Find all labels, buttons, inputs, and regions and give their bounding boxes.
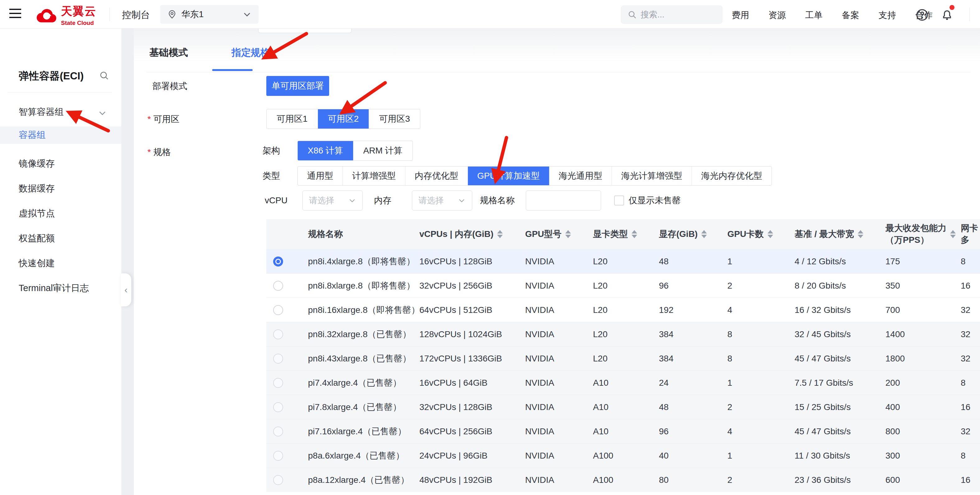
column-header-GPU型号[interactable]: GPU型号 [525, 228, 593, 240]
column-header-基准 / 最大带宽[interactable]: 基准 / 最大带宽 [795, 228, 885, 240]
sidebar-group-smart-containers[interactable]: 智算容器组 [0, 103, 121, 120]
cell-gpu_model: L20 [593, 257, 659, 267]
row-radio[interactable] [273, 329, 283, 339]
sort-icon[interactable] [767, 230, 773, 238]
spec-row-pi7.16xlarge.4（已售罄）[interactable]: pi7.16xlarge.4（已售罄）64vCPUs | 256GiBNVIDI… [266, 419, 980, 443]
sidebar-item-数据缓存[interactable]: 数据缓存 [0, 176, 121, 201]
sort-icon[interactable] [632, 230, 637, 238]
row-radio[interactable] [273, 451, 283, 461]
spec-row-p8a.6xlarge.4（已售罄）[interactable]: p8a.6xlarge.4（已售罄）24vCPUs | 96GiBNVIDIAA… [266, 443, 980, 468]
row-radio[interactable] [273, 402, 283, 412]
cell-vcpu_mem: 128vCPUs | 1024GiB [419, 329, 525, 339]
sidebar-item-容器组[interactable]: 容器组 [0, 126, 121, 144]
type-option[interactable]: 海光内存优化型 [692, 166, 772, 185]
spec-row-p8a.12xlarge.4（已售罄）[interactable]: p8a.12xlarge.4（已售罄）48vCPUs | 192GiBNVIDI… [266, 468, 980, 492]
spec-row-pn8i.8xlarge.8（即将售罄）[interactable]: pn8i.8xlarge.8（即将售罄）32vCPUs | 256GiBNVID… [266, 273, 980, 298]
deploy-mode-label: 部署模式 [153, 80, 187, 92]
vcpu-select[interactable]: 请选择 [302, 190, 363, 211]
soldout-filter-checkbox[interactable] [614, 195, 624, 206]
header-nav-item[interactable]: 工单 [805, 10, 822, 21]
cell-name: pi7.8xlarge.4（已售罄） [308, 401, 419, 413]
sidebar-item-权益配额[interactable]: 权益配额 [0, 226, 121, 251]
sidebar-items: 容器组镜像缓存数据缓存虚拟节点权益配额快速创建Terminal审计日志 [0, 126, 121, 301]
row-radio[interactable] [273, 475, 283, 485]
sidebar-item-Terminal审计日志[interactable]: Terminal审计日志 [0, 276, 121, 301]
sort-asc-caret [632, 230, 637, 233]
sort-icon[interactable] [701, 230, 707, 238]
cell-vram: 96 [659, 281, 727, 291]
cell-gpu_count: 1 [727, 378, 795, 388]
az-option[interactable]: 可用区1 [267, 109, 318, 129]
az-option[interactable]: 可用区3 [369, 109, 420, 129]
cell-gpu_count: 1 [727, 451, 795, 461]
memory-placeholder: 请选择 [418, 195, 444, 206]
spec-row-pn8i.16xlarge.8（即将售罄）[interactable]: pn8i.16xlarge.8（即将售罄）64vCPUs | 512GiBNVI… [266, 298, 980, 322]
spec-row-pn8i.32xlarge.8（已售罄）[interactable]: pn8i.32xlarge.8（已售罄）128vCPUs | 1024GiBNV… [266, 322, 980, 346]
row-radio[interactable] [273, 354, 283, 364]
console-link[interactable]: 控制台 [122, 9, 150, 21]
tab-指定规格[interactable]: 指定规格 [231, 46, 270, 59]
arch-option[interactable]: ARM 计算 [353, 141, 412, 160]
spec-row-pi7.8xlarge.4（已售罄）[interactable]: pi7.8xlarge.4（已售罄）32vCPUs | 128GiBNVIDIA… [266, 395, 980, 419]
cell-nic_queues: 16 [961, 402, 980, 412]
spec-row-pn8i.4xlarge.8（即将售罄）[interactable]: pn8i.4xlarge.8（即将售罄）16vCPUs | 128GiBNVID… [266, 249, 980, 273]
arch-option[interactable]: X86 计算 [298, 141, 353, 160]
spec-table-body: pn8i.4xlarge.8（即将售罄）16vCPUs | 128GiBNVID… [266, 249, 980, 492]
column-label: 最大收发包能力（万PPS） [885, 222, 947, 246]
tab-基础模式[interactable]: 基础模式 [150, 46, 188, 59]
column-header-GPU卡数[interactable]: GPU卡数 [727, 228, 795, 240]
cell-pps: 175 [885, 257, 961, 267]
row-radio[interactable] [273, 378, 283, 388]
header-right-divider [969, 8, 970, 21]
type-option[interactable]: 海光通用型 [549, 166, 612, 185]
header-nav-item[interactable]: 备案 [842, 10, 859, 21]
row-radio[interactable] [273, 426, 283, 436]
header-nav-item[interactable]: 支持 [878, 10, 896, 21]
menu-icon[interactable] [10, 9, 21, 20]
header-divider [110, 8, 110, 21]
memory-select[interactable]: 请选择 [412, 190, 472, 211]
sort-icon[interactable] [858, 230, 863, 238]
type-option[interactable]: 通用型 [298, 166, 342, 185]
sidebar-item-虚拟节点[interactable]: 虚拟节点 [0, 201, 121, 226]
column-header-显存(GiB)[interactable]: 显存(GiB) [659, 228, 727, 240]
sort-icon[interactable] [950, 230, 956, 238]
sort-asc-caret [497, 230, 503, 233]
az-option[interactable]: 可用区2 [318, 109, 369, 129]
column-header-最大收发包能力[interactable]: 最大收发包能力（万PPS） [885, 222, 961, 246]
cell-pps: 1800 [885, 354, 961, 364]
region-selector[interactable]: 华东1 [160, 5, 259, 24]
spec-row-pn8i.43xlarge.8（已售罄）[interactable]: pn8i.43xlarge.8（已售罄）172vCPUs | 1336GiBNV… [266, 346, 980, 370]
type-option[interactable]: 海光计算增强型 [612, 166, 692, 185]
header-nav-item[interactable]: 费用 [732, 10, 749, 21]
sidebar-item-镜像缓存[interactable]: 镜像缓存 [0, 151, 121, 176]
type-option[interactable]: GPU计算加速型 [468, 166, 549, 185]
row-radio[interactable] [273, 257, 283, 267]
sidebar-item-快速创建[interactable]: 快速创建 [0, 251, 121, 276]
global-search[interactable]: 搜索... [621, 6, 722, 24]
sort-icon[interactable] [497, 230, 503, 238]
sort-desc-caret [632, 235, 637, 238]
mode-tabs: 基础模式指定规格 [150, 46, 270, 59]
brand-logo[interactable]: 天翼云 State Cloud [35, 4, 97, 26]
sort-icon[interactable] [565, 230, 571, 238]
column-label: GPU卡数 [727, 228, 764, 240]
header-nav: 费用资源工单备案支持合作 [732, 10, 933, 21]
type-option[interactable]: 内存优化型 [405, 166, 468, 185]
deploy-mode-button[interactable]: 单可用区部署 [266, 76, 329, 96]
spec-name-input[interactable] [526, 190, 601, 211]
sidebar-search-icon[interactable] [99, 70, 110, 81]
cell-name: pn8i.16xlarge.8（即将售罄） [308, 304, 419, 316]
row-radio[interactable] [273, 281, 283, 291]
sidebar-collapse-handle[interactable]: ‹ [121, 273, 131, 307]
cell-gpu_model: L20 [593, 329, 659, 339]
help-icon[interactable] [915, 8, 929, 22]
type-option[interactable]: 计算增强型 [342, 166, 405, 185]
spec-row-pi7.4xlarge.4（已售罄）[interactable]: pi7.4xlarge.4（已售罄）16vCPUs | 64GiBNVIDIAA… [266, 370, 980, 395]
header-nav-item[interactable]: 资源 [768, 10, 786, 21]
row-radio[interactable] [273, 305, 283, 315]
column-header-vCPUs | 内存(GiB)[interactable]: vCPUs | 内存(GiB) [419, 228, 525, 240]
bell-icon[interactable] [940, 8, 954, 22]
column-header-显卡类型[interactable]: 显卡类型 [593, 228, 659, 240]
column-label: 网卡多 [961, 222, 980, 246]
